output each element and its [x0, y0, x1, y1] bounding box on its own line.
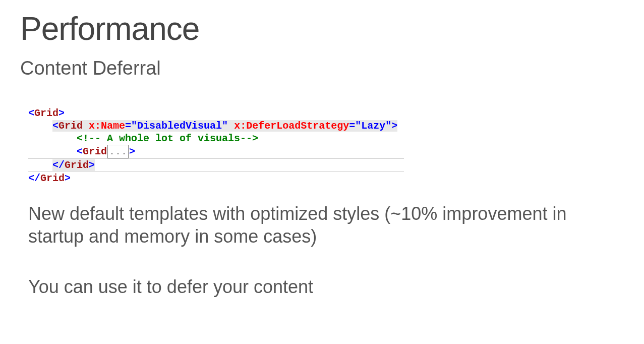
code-comment: <!-- A whole lot of visuals--> [77, 133, 258, 144]
body-paragraph-2: You can use it to defer your content [28, 275, 616, 298]
code-line-3: <!-- A whole lot of visuals--> [28, 133, 258, 144]
code-elem: Grid [34, 107, 58, 119]
code-punct: < [52, 120, 58, 132]
code-attr-value: "Lazy" [355, 120, 391, 132]
code-eq: = [349, 120, 355, 132]
code-attr-value: "DisabledVisual" [131, 120, 234, 132]
code-attr: x:DeferLoadStrategy [234, 120, 349, 132]
code-punct: </ [52, 159, 65, 171]
slide-subtitle: Content Deferral [20, 58, 624, 79]
collapse-fold-icon: ... [107, 145, 129, 158]
code-line-4: <Grid...> [28, 145, 404, 159]
slide-title: Performance [20, 10, 624, 47]
code-line-2: <Grid x:Name="DisabledVisual" x:DeferLoa… [28, 120, 397, 132]
code-sample-block: <Grid> <Grid x:Name="DisabledVisual" x:D… [28, 94, 624, 185]
code-punct: > [89, 159, 95, 171]
code-punct: </ [28, 173, 40, 184]
code-punct: > [391, 120, 397, 132]
code-punct: > [58, 107, 65, 119]
code-punct: > [65, 173, 71, 184]
code-attr: x:Name [89, 120, 125, 132]
code-elem: Grid [40, 173, 65, 184]
code-elem: Grid [83, 146, 107, 157]
code-highlight: <Grid x:Name="DisabledVisual" x:DeferLoa… [52, 120, 397, 132]
code-line-5: </Grid> [28, 159, 404, 172]
code-line-6: </Grid> [28, 173, 71, 184]
code-punct: < [28, 107, 34, 119]
code-elem: Grid [58, 120, 89, 132]
code-elem: Grid [65, 159, 89, 171]
code-eq: = [125, 120, 131, 132]
code-punct: > [129, 146, 135, 157]
code-line-1: <Grid> [28, 107, 65, 119]
body-paragraph-1: New default templates with optimized sty… [28, 202, 616, 248]
code-punct: < [77, 146, 83, 157]
code-highlight: </Grid> [52, 159, 95, 171]
